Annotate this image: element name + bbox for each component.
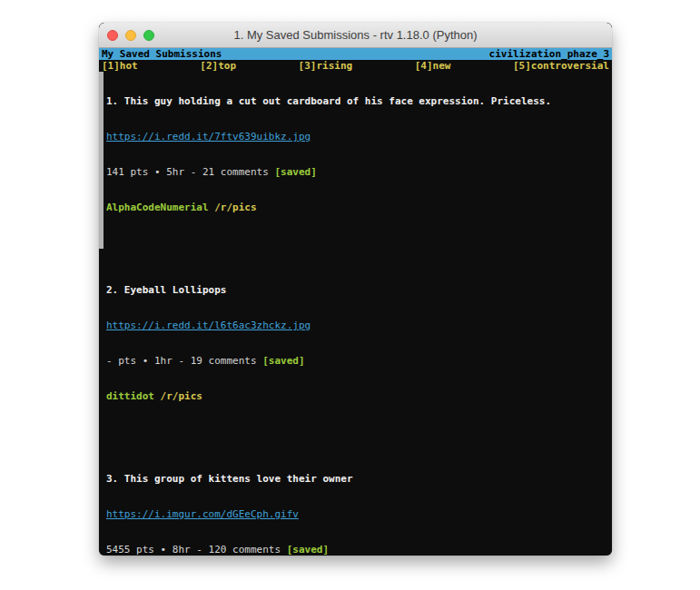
zoom-button[interactable]	[143, 30, 154, 41]
submission-title: 2. Eyeball Lollipops	[106, 284, 612, 296]
vote-indicator: •	[154, 166, 166, 178]
vote-indicator: •	[161, 544, 173, 556]
age-comments-label: 8hr - 120 comments	[173, 544, 287, 556]
saved-badge: [saved]	[287, 544, 329, 556]
order-tab-top[interactable]: [2]top	[200, 60, 236, 72]
submission-stats: 141 pts • 5hr - 21 comments [saved]	[106, 166, 612, 178]
submission-link[interactable]: https://i.redd.it/l6t6ac3zhckz.jpg	[106, 320, 612, 331]
window-titlebar[interactable]: 1. My Saved Submissions - rtv 1.18.0 (Py…	[99, 23, 612, 48]
author-name: AlphaCodeNumerial	[106, 202, 214, 213]
submission-title: 3. This group of kittens love their owne…	[106, 473, 612, 485]
order-tab-new[interactable]: [4]new	[415, 60, 451, 72]
saved-badge: [saved]	[274, 166, 316, 178]
vote-indicator: •	[143, 355, 154, 367]
username: civilization_phaze_3	[489, 48, 609, 60]
order-tab-rising[interactable]: [3]rising	[299, 60, 353, 72]
submission-link[interactable]: https://i.imgur.com/dGEeCph.gifv	[106, 508, 612, 520]
order-tab-controversial[interactable]: [5]controversial	[513, 60, 609, 72]
submission-stats: - pts • 1hr - 19 comments [saved]	[106, 355, 612, 367]
submission-byline: AlphaCodeNumerial /r/pics	[106, 202, 612, 213]
submission-item[interactable]: 1. This guy holding a cut out cardboard …	[99, 72, 612, 249]
points-label: - pts	[106, 355, 143, 367]
page-title: My Saved Submissions	[102, 48, 222, 60]
close-button[interactable]	[107, 30, 118, 41]
submission-stats: 5455 pts • 8hr - 120 comments [saved]	[106, 544, 612, 556]
submission-item[interactable]: 3. This group of kittens love their owne…	[99, 449, 612, 556]
submission-byline: dittidot /r/pics	[106, 390, 612, 402]
age-comments-label: 1hr - 19 comments	[154, 355, 262, 367]
terminal: My Saved Submissions civilization_phaze_…	[99, 48, 612, 556]
minimize-button[interactable]	[125, 30, 136, 41]
submission-title: 1. This guy holding a cut out cardboard …	[106, 95, 612, 107]
submission-item[interactable]: 2. Eyeball Lollipops https://i.redd.it/l…	[99, 261, 612, 438]
subreddit-name: /r/pics	[214, 202, 256, 213]
submission-list: 1. This guy holding a cut out cardboard …	[99, 72, 612, 556]
page-header-bar: My Saved Submissions civilization_phaze_…	[99, 48, 612, 60]
app-window: 1. My Saved Submissions - rtv 1.18.0 (Py…	[99, 23, 612, 556]
age-comments-label: 5hr - 21 comments	[166, 166, 274, 178]
saved-badge: [saved]	[262, 355, 304, 367]
order-bar: [1]hot[2]top[3]rising[4]new[5]controvers…	[99, 60, 612, 72]
points-label: 141 pts	[106, 166, 154, 178]
subreddit-name: /r/pics	[161, 390, 202, 402]
order-tab-hot[interactable]: [1]hot	[102, 60, 138, 72]
window-controls	[107, 30, 154, 41]
author-name: dittidot	[106, 390, 161, 402]
submission-link[interactable]: https://i.redd.it/7ftv639uibkz.jpg	[106, 131, 612, 143]
points-label: 5455 pts	[106, 544, 161, 556]
window-title: 1. My Saved Submissions - rtv 1.18.0 (Py…	[99, 28, 612, 42]
